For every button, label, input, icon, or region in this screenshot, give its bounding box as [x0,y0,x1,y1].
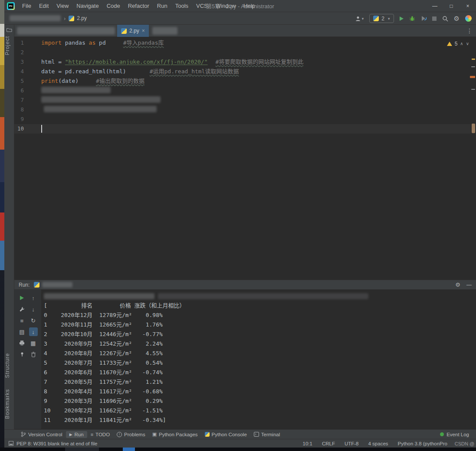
chevron-down-icon: ▾ [388,16,390,21]
rerun-failed-button[interactable]: ↻ [28,315,39,326]
tab-close-icon[interactable]: × [142,28,145,34]
down-the-stack-button[interactable]: ↓ [28,304,39,315]
file-encoding[interactable]: UTF-8 [345,441,359,446]
tab-2py[interactable]: 2.py × [117,25,149,37]
pin-tab-button[interactable] [16,349,28,360]
menu-refactor[interactable]: Refactor [124,0,153,12]
indent-setting[interactable]: 4 spaces [368,441,388,446]
modify-run-config-button[interactable] [16,304,28,315]
comment: #导入pandas库 [123,39,164,46]
layout-settings-button[interactable]: ▤ [16,326,28,337]
stop-button[interactable] [432,16,437,21]
console-line: 8 2020年4月 11617元/m² -0.68% [44,387,476,396]
clear-output-button[interactable] [28,349,39,360]
pycharm-window: PC FileEditViewNavigateCodeRefactorRunTo… [4,0,476,448]
window-controls: — □ × [427,0,476,12]
toolwindow-todo[interactable]: ≡ TODO [87,431,113,438]
python-file-icon [121,28,127,34]
run-settings-gear-icon[interactable]: ⚙ [455,281,460,288]
python-config-icon [34,282,39,288]
toolwindow-terminal[interactable]: Terminal [250,431,283,438]
run-with-coverage-button[interactable] [421,16,427,21]
caret-position[interactable]: 10:1 [303,441,312,446]
desktop-background-strip [0,0,4,451]
toolwindow-event-log[interactable]: Event Log [440,432,476,437]
menu-navigate[interactable]: Navigate [72,0,102,12]
tool-window-toggle-icon[interactable] [9,441,13,446]
editor-scrollbar-thumb[interactable] [472,124,475,133]
soft-wrap-button[interactable]: ▦ [28,337,39,349]
sidebar-item-project[interactable]: Project [4,36,14,55]
rerun-button[interactable] [16,292,28,304]
console-line: 4 2020年8月 12267元/m² 4.55% [44,349,476,358]
toolwindow-label: Problems [124,432,145,437]
csdn-watermark: CSDN @ [455,441,474,446]
chevron-down-icon[interactable]: ∨ [466,39,469,49]
menu-edit[interactable]: Edit [35,0,53,12]
console-line: 3 2020年9月 12542元/m² 2.24% [44,339,476,349]
run-button[interactable] [400,16,404,21]
inspections-widget[interactable]: 5 ∧ ∨ [447,39,469,49]
up-the-stack-button[interactable]: ↑ [28,292,39,304]
line-ending[interactable]: CRLF [322,441,335,446]
sidebar-item-bookmarks[interactable]: Bookmarks [4,389,14,419]
python-file-icon [69,16,74,21]
pin-icon [20,352,25,357]
comment: #将要爬取数据的网站网址复制到此 [216,59,304,65]
user-account-button[interactable]: ▾ [355,16,364,22]
more-tabs-icon[interactable]: ⋮ [466,25,473,37]
code-line [41,124,466,134]
toolwindow-python-console[interactable]: Python Console [201,431,250,438]
toolwindow-python-packages[interactable]: ▣ Python Packages [149,431,201,438]
python-interpreter[interactable]: Python 3.8 (pythonPro [398,441,447,446]
code-text: pd [95,39,105,46]
gutter[interactable]: 12345678910 [14,38,41,134]
sidebar-item-structure[interactable]: Structure [4,353,14,378]
toolwindow-version-control[interactable]: Version Control [17,431,66,438]
chevron-up-icon[interactable]: ∧ [460,39,463,49]
breadcrumb-chevron-icon: › [64,15,66,22]
string-literal-url[interactable]: "https://mobile.anjuke.com/xf/fj-nn/2020… [65,59,208,65]
stop-process-button[interactable]: ■ [16,315,28,326]
packages-icon: ▣ [152,431,157,437]
menu-run[interactable]: Run [153,0,171,12]
close-button[interactable]: × [460,0,476,12]
taskbar-item [65,448,99,451]
line-number: 5 [14,76,24,86]
code-line [41,114,466,124]
run-configuration-select[interactable]: 2 ▾ [369,14,394,23]
menu-file[interactable]: File [18,0,35,12]
toolwindow-run[interactable]: ▶ Run [66,431,87,438]
code-line: date = pd.read_html(html)#运用pd.read_html… [41,67,466,76]
scroll-to-end-button[interactable]: ↓ [28,326,39,337]
maximize-button[interactable]: □ [443,0,460,12]
navigation-bar: › 2.py ▾ 2 ▾ ⚙ [4,12,476,25]
run-panel-title: Run: [19,282,30,288]
gradient-circle-icon[interactable] [465,15,472,22]
hide-panel-icon[interactable]: — [466,282,472,288]
menu-view[interactable]: View [53,0,72,12]
search-everywhere-button[interactable] [442,16,448,22]
debug-button[interactable] [409,16,415,21]
run-tool-window: Run: ⚙ — ↑ ↓ ■ ↻ ▤ ↓ [14,280,476,429]
code-area[interactable]: import pandas as pd#导入pandas库 html = "ht… [41,38,466,134]
printer-icon [19,340,25,346]
warning-icon [447,42,452,46]
status-message[interactable]: PEP 8: W391 blank line at end of file [16,441,97,446]
minimize-button[interactable]: — [427,0,443,12]
line-number: 3 [14,57,24,67]
print-button[interactable] [16,337,28,349]
menu-code[interactable]: Code [103,0,124,12]
line-number: 7 [14,95,24,105]
settings-button[interactable]: ⚙ [454,15,460,23]
builtin-function: print [41,78,58,84]
breadcrumb-file[interactable]: 2.py [77,15,87,21]
toolwindow-problems[interactable]: ! Problems [113,431,149,438]
menu-tools[interactable]: Tools [171,0,192,12]
scroll-to-end-icon: ↓ [29,327,38,336]
toolwindow-label: Run [75,432,84,437]
redacted-script-path [158,293,368,299]
run-console[interactable]: [ 排名 价格 涨跌（和上月相比）0 2020年12月 12789元/m² 0.… [41,290,476,429]
code-editor[interactable]: 12345678910 import pandas as pd#导入pandas… [14,37,476,280]
keyword: as [89,39,96,46]
